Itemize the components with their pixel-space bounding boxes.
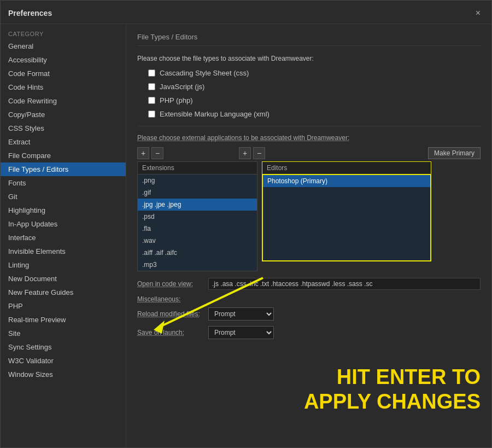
sidebar-item-code-hints[interactable]: Code Hints bbox=[1, 80, 126, 94]
ext-item-wav[interactable]: .wav bbox=[138, 235, 257, 247]
add-editor-button[interactable]: + bbox=[239, 147, 251, 159]
panel-title: File Types / Editors bbox=[137, 33, 481, 46]
sidebar-item-label: W3C Validator bbox=[8, 357, 54, 365]
add-extension-button[interactable]: + bbox=[137, 147, 149, 159]
ext-item-jpg[interactable]: .jpg .jpe .jpeg bbox=[138, 199, 257, 211]
sidebar-item-label: Interface bbox=[8, 234, 36, 242]
sidebar-item-label: Sync Settings bbox=[8, 343, 52, 351]
sidebar-item-copy-paste[interactable]: Copy/Paste bbox=[1, 108, 126, 121]
sidebar-item-label: Site bbox=[8, 329, 20, 338]
ext-item-png[interactable]: .png bbox=[138, 174, 257, 187]
make-primary-button[interactable]: Make Primary bbox=[428, 147, 481, 159]
ext-item-psd[interactable]: .psd bbox=[138, 211, 257, 223]
editors-list[interactable]: Photoshop (Primary) bbox=[262, 174, 431, 261]
sidebar-item-interface[interactable]: Interface bbox=[1, 231, 126, 245]
dialog-content: Category General Accessibility Code Form… bbox=[1, 24, 491, 447]
extensions-header: Extensions bbox=[137, 161, 257, 174]
extensions-toolbar: + − bbox=[137, 147, 163, 159]
sidebar-item-file-types-editors[interactable]: File Types / Editors bbox=[1, 162, 126, 176]
sidebar-item-label: Git bbox=[8, 193, 17, 201]
sidebar-item-new-feature-guides[interactable]: New Feature Guides bbox=[1, 286, 126, 299]
sidebar-item-accessibility[interactable]: Accessibility bbox=[1, 53, 126, 67]
ext-item-gif[interactable]: .gif bbox=[138, 187, 257, 199]
sidebar-item-inapp-updates[interactable]: In-App Updates bbox=[1, 217, 126, 231]
sidebar-item-general[interactable]: General bbox=[1, 39, 126, 53]
sidebar-item-label: New Document bbox=[8, 275, 57, 283]
sidebar-item-code-rewriting[interactable]: Code Rewriting bbox=[1, 94, 126, 108]
sidebar-item-label: In-App Updates bbox=[8, 220, 57, 228]
main-panel: File Types / Editors Please choose the f… bbox=[126, 24, 491, 447]
checkbox-row-js: JavaScript (js) bbox=[137, 83, 481, 91]
sidebar-item-highlighting[interactable]: Highlighting bbox=[1, 203, 126, 217]
external-apps-label: Please choose external applications to b… bbox=[137, 134, 481, 142]
save-select[interactable]: Prompt Always Never bbox=[208, 326, 274, 339]
checkbox-label-js: JavaScript (js) bbox=[160, 83, 204, 91]
extensions-list[interactable]: .png .gif .jpg .jpe .jpeg .psd .fla .wav… bbox=[137, 174, 257, 271]
sidebar-item-label: New Feature Guides bbox=[8, 288, 73, 296]
open-code-row: Open in code view: bbox=[137, 278, 481, 290]
hit-enter-line2: APPLY CHANGES bbox=[304, 389, 481, 415]
reload-row: Reload modified files: Prompt Always Nev… bbox=[137, 307, 481, 321]
sidebar-item-file-compare[interactable]: File Compare bbox=[1, 149, 126, 162]
checkbox-js[interactable] bbox=[148, 83, 155, 90]
checkbox-css[interactable] bbox=[148, 69, 155, 77]
sidebar-item-label: Real-time Preview bbox=[8, 316, 66, 324]
sidebar-item-label: CSS Styles bbox=[8, 124, 44, 132]
sidebar-item-git[interactable]: Git bbox=[1, 190, 126, 203]
ext-item-aiff[interactable]: .aiff .aif .aifc bbox=[138, 247, 257, 259]
checkbox-php[interactable] bbox=[148, 97, 155, 104]
sidebar-item-site[interactable]: Site bbox=[1, 327, 126, 340]
checkbox-row-php: PHP (php) bbox=[137, 96, 481, 104]
reload-select[interactable]: Prompt Always Never bbox=[208, 307, 274, 321]
checkbox-label-css: Cascading Style Sheet (css) bbox=[160, 69, 249, 77]
sidebar-item-php[interactable]: PHP bbox=[1, 299, 126, 313]
save-row: Save on launch: Prompt Always Never bbox=[137, 326, 481, 339]
sidebar-item-w3c-validator[interactable]: W3C Validator bbox=[1, 354, 126, 368]
editors-column: Editors Photoshop (Primary) bbox=[262, 161, 431, 261]
sidebar-item-css-styles[interactable]: CSS Styles bbox=[1, 121, 126, 135]
close-button[interactable]: × bbox=[472, 7, 484, 19]
extensions-column: Extensions .png .gif .jpg .jpe .jpeg .ps… bbox=[137, 161, 257, 271]
editors-toolbar: + − bbox=[239, 147, 265, 159]
lists-container: Extensions .png .gif .jpg .jpe .jpeg .ps… bbox=[137, 161, 481, 271]
divider bbox=[137, 126, 481, 126]
editors-header: Editors bbox=[262, 161, 431, 174]
sidebar-item-label: Code Hints bbox=[8, 83, 43, 91]
checkbox-row-css: Cascading Style Sheet (css) bbox=[137, 69, 481, 77]
checkbox-label-php: PHP (php) bbox=[160, 96, 192, 104]
dialog-title: Preferences bbox=[8, 9, 52, 18]
sidebar-item-sync-settings[interactable]: Sync Settings bbox=[1, 340, 126, 354]
file-types-label: Please choose the file types to associat… bbox=[137, 55, 481, 62]
editor-item-photoshop[interactable]: Photoshop (Primary) bbox=[263, 175, 430, 187]
misc-label: Miscellaneous: bbox=[137, 295, 481, 303]
sidebar-item-label: Window Sizes bbox=[8, 370, 53, 379]
open-code-input[interactable] bbox=[208, 278, 481, 290]
sidebar-item-code-format[interactable]: Code Format bbox=[1, 67, 126, 80]
reload-label: Reload modified files: bbox=[137, 310, 208, 318]
checkbox-xml[interactable] bbox=[148, 110, 155, 118]
save-label: Save on launch: bbox=[137, 329, 208, 336]
ext-item-fla[interactable]: .fla bbox=[138, 223, 257, 235]
ext-item-mp3[interactable]: .mp3 bbox=[138, 259, 257, 271]
sidebar-item-label: Linting bbox=[8, 261, 29, 269]
preferences-dialog: Preferences × Category General Accessibi… bbox=[0, 0, 492, 448]
sidebar-item-label: Code Rewriting bbox=[8, 97, 57, 105]
sidebar-category-label: Category bbox=[1, 27, 126, 39]
sidebar-item-label: Extract bbox=[8, 138, 30, 146]
sidebar-item-label: Invisible Elements bbox=[8, 247, 66, 255]
sidebar-item-new-document[interactable]: New Document bbox=[1, 272, 126, 286]
sidebar-item-label: File Types / Editors bbox=[8, 165, 68, 173]
sidebar-item-extract[interactable]: Extract bbox=[1, 135, 126, 149]
sidebar-item-invisible-elements[interactable]: Invisible Elements bbox=[1, 245, 126, 258]
sidebar-item-label: PHP bbox=[8, 302, 23, 310]
sidebar-item-realtime-preview[interactable]: Real-time Preview bbox=[1, 313, 126, 327]
sidebar-item-fonts[interactable]: Fonts bbox=[1, 176, 126, 190]
sidebar-item-label: File Compare bbox=[8, 152, 51, 160]
remove-editor-button[interactable]: − bbox=[253, 147, 265, 159]
sidebar-item-label: General bbox=[8, 42, 33, 50]
sidebar-item-label: Code Format bbox=[8, 69, 50, 78]
sidebar-item-window-sizes[interactable]: Window Sizes bbox=[1, 368, 126, 381]
sidebar-item-linting[interactable]: Linting bbox=[1, 258, 126, 272]
remove-extension-button[interactable]: − bbox=[151, 147, 163, 159]
title-bar: Preferences × bbox=[1, 1, 491, 24]
